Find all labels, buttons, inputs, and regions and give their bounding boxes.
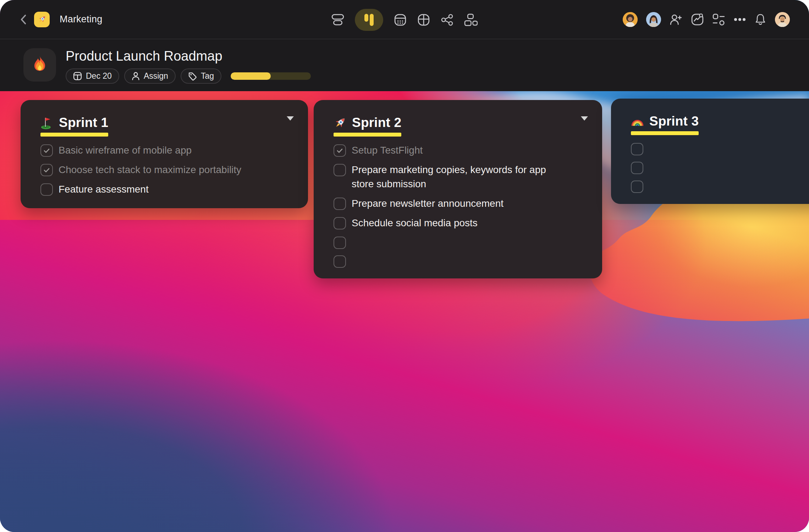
grid-view-button[interactable] (417, 13, 430, 26)
task-checkbox[interactable] (40, 183, 53, 196)
task-row (334, 255, 582, 268)
column-accent-underline (40, 133, 108, 137)
page-title: Product Launch Roadmap (66, 49, 311, 64)
app-chrome: Marketing (0, 0, 809, 91)
column-accent-underline (334, 133, 401, 137)
column-header: Sprint 3 (631, 109, 699, 135)
progress-bar (231, 72, 311, 80)
workspace-tile[interactable] (34, 12, 50, 27)
column-collapse-caret[interactable] (581, 116, 588, 121)
task-label[interactable]: Prepare marketing copies, keywords for a… (352, 163, 566, 191)
sprint-column-3: Sprint 3 (611, 99, 809, 204)
task-row: Prepare newsletter announcement (334, 198, 582, 211)
top-bar: Marketing (0, 0, 809, 39)
page-emoji-tile (23, 48, 56, 82)
sprint-column-2: Sprint 2 Setup TestFlightPrepare marketi… (314, 100, 602, 278)
calendar-view-button[interactable] (394, 13, 407, 26)
column-accent-underline (631, 131, 699, 135)
task-row: Choose tech stack to maximize portabilit… (40, 164, 288, 177)
rainbow-icon (631, 115, 644, 128)
task-checkbox[interactable] (334, 255, 346, 268)
column-title: Sprint 3 (649, 114, 699, 129)
task-checkbox[interactable] (334, 237, 346, 249)
sprint-column-1: Sprint 1 Basic wireframe of mobile appCh… (21, 100, 308, 208)
due-date-label: Dec 20 (86, 71, 112, 81)
column-header: Sprint 1 (40, 111, 108, 137)
task-checkbox-checked[interactable] (334, 144, 346, 157)
task-label[interactable]: Basic wireframe of mobile app (59, 143, 192, 157)
current-user-avatar[interactable] (775, 12, 790, 27)
org-chart-button[interactable] (464, 13, 478, 26)
calendar-icon (73, 71, 82, 81)
task-label[interactable]: Feature assessment (59, 182, 149, 196)
rocket-icon (37, 15, 47, 24)
task-list: Setup TestFlightPrepare marketing copies… (334, 144, 582, 268)
task-checkbox-checked[interactable] (40, 164, 53, 176)
task-row: Basic wireframe of mobile app (40, 144, 288, 157)
task-label[interactable]: Schedule social media posts (352, 216, 478, 230)
task-checkbox-checked[interactable] (40, 144, 53, 157)
view-switcher (331, 0, 478, 39)
golf-flag-icon (40, 116, 54, 129)
task-row: Feature assessment (40, 183, 288, 196)
topbar-right-cluster (623, 12, 790, 27)
list-view-button[interactable] (331, 13, 344, 26)
task-checkbox[interactable] (334, 217, 346, 229)
task-row (631, 143, 809, 155)
progress-bar-fill (231, 72, 271, 80)
member-avatar-2[interactable] (646, 12, 661, 27)
task-checkbox[interactable] (631, 162, 643, 174)
tag-icon (188, 72, 197, 81)
rocket-icon (334, 116, 347, 129)
column-title: Sprint 1 (59, 115, 108, 130)
tag-chip[interactable]: Tag (181, 68, 221, 84)
workspace-name: Marketing (60, 14, 102, 25)
member-avatar-1[interactable] (623, 12, 638, 27)
board-view-button-active[interactable] (355, 9, 383, 31)
assign-label: Assign (144, 71, 168, 81)
add-member-icon[interactable] (670, 13, 682, 26)
due-date-chip[interactable]: Dec 20 (66, 68, 119, 84)
task-label[interactable]: Setup TestFlight (352, 143, 423, 157)
insights-chart-icon[interactable] (691, 13, 704, 26)
notifications-bell-icon[interactable] (754, 13, 766, 26)
app-window: Marketing (0, 0, 809, 532)
task-checkbox[interactable] (631, 181, 643, 193)
more-options-icon[interactable] (734, 18, 746, 21)
filter-settings-icon[interactable] (712, 13, 725, 26)
task-row: Schedule social media posts (334, 217, 582, 230)
back-button[interactable] (19, 14, 28, 25)
task-row (631, 181, 809, 193)
fire-icon (31, 55, 49, 75)
task-list: Basic wireframe of mobile appChoose tech… (40, 144, 288, 196)
task-label[interactable]: Choose tech stack to maximize portabilit… (59, 163, 241, 177)
share-icon[interactable] (441, 14, 453, 26)
task-row: Setup TestFlight (334, 144, 582, 157)
task-row: Prepare marketing copies, keywords for a… (334, 164, 582, 191)
tag-label: Tag (201, 71, 214, 81)
column-title: Sprint 2 (352, 115, 401, 130)
task-checkbox[interactable] (334, 198, 346, 210)
column-header: Sprint 2 (334, 111, 401, 137)
person-icon (132, 72, 140, 81)
page-header: Product Launch Roadmap Dec 20 Assign (0, 39, 809, 84)
task-checkbox[interactable] (334, 164, 346, 176)
task-label[interactable]: Prepare newsletter announcement (352, 196, 503, 211)
task-list (631, 143, 809, 193)
task-checkbox[interactable] (631, 143, 643, 155)
assign-chip[interactable]: Assign (124, 68, 176, 84)
task-row (334, 237, 582, 249)
task-row (631, 162, 809, 174)
column-collapse-caret[interactable] (287, 116, 294, 121)
